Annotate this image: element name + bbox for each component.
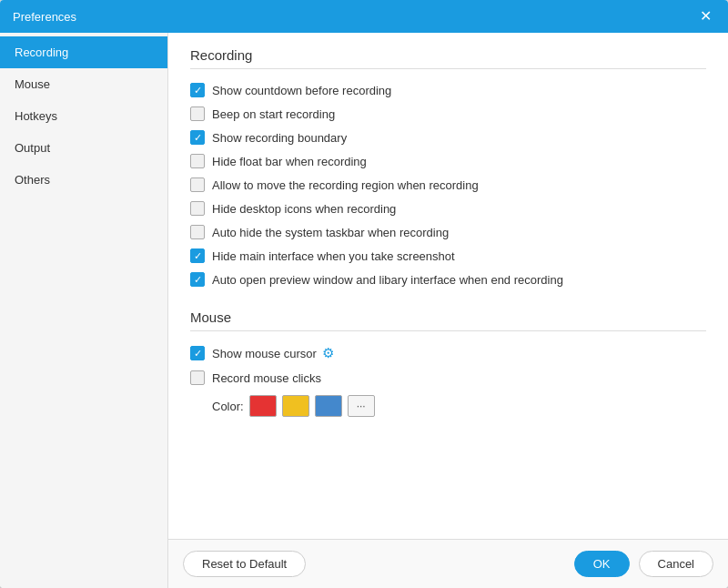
recording-options: Show countdown before recording Beep on … — [190, 78, 706, 291]
checkbox-preview[interactable] — [190, 272, 205, 287]
color-row: Color: ··· — [190, 390, 706, 422]
titlebar: Preferences ✕ — [0, 0, 728, 33]
option-desktopicons: Hide desktop icons when recording — [190, 197, 706, 220]
checkbox-boundary[interactable] — [190, 130, 205, 145]
content-area: Recording Mouse Hotkeys Output Others Re… — [0, 33, 728, 588]
checkbox-beep[interactable] — [190, 106, 205, 121]
footer: Reset to Default OK Cancel — [168, 539, 728, 588]
option-countdown: Show countdown before recording — [190, 78, 706, 102]
sidebar-item-output[interactable]: Output — [0, 132, 167, 164]
color-label: Color: — [212, 400, 244, 413]
ok-button[interactable]: OK — [574, 551, 630, 577]
checkbox-screenshot[interactable] — [190, 248, 205, 263]
recording-section-title: Recording — [190, 47, 706, 69]
mouse-section: Mouse Show mouse cursor ⚙ Record mouse c… — [190, 309, 706, 422]
checkbox-showcursor[interactable] — [190, 346, 205, 360]
checkbox-desktopicons[interactable] — [190, 201, 205, 216]
main-panel: Recording Show countdown before recordin… — [168, 33, 728, 588]
checkbox-moveregion[interactable] — [190, 177, 205, 192]
sidebar: Recording Mouse Hotkeys Output Others — [0, 33, 168, 588]
checkbox-taskbar[interactable] — [190, 225, 205, 239]
option-moveregion: Allow to move the recording region when … — [190, 173, 706, 197]
footer-right: OK Cancel — [574, 551, 713, 577]
color-more-button[interactable]: ··· — [348, 395, 375, 417]
color-swatch-blue[interactable] — [315, 395, 342, 417]
mouse-section-title: Mouse — [190, 309, 706, 331]
gear-icon[interactable]: ⚙ — [322, 345, 334, 361]
preferences-window: Preferences ✕ Recording Mouse Hotkeys Ou… — [0, 0, 728, 588]
checkbox-floatbar[interactable] — [190, 154, 205, 168]
color-swatch-yellow[interactable] — [282, 395, 309, 417]
sidebar-item-mouse[interactable]: Mouse — [0, 68, 167, 100]
close-button[interactable]: ✕ — [696, 7, 715, 25]
color-swatch-red[interactable] — [249, 395, 277, 417]
reset-button[interactable]: Reset to Default — [183, 551, 306, 577]
checkbox-countdown[interactable] — [190, 83, 205, 97]
option-screenshot: Hide main interface when you take screen… — [190, 244, 706, 268]
option-beep: Beep on start recording — [190, 102, 706, 126]
main-content: Recording Show countdown before recordin… — [168, 33, 728, 539]
option-preview: Auto open preview window and libary inte… — [190, 268, 706, 291]
cancel-button[interactable]: Cancel — [639, 551, 713, 577]
window-title: Preferences — [13, 10, 76, 24]
sidebar-item-recording[interactable]: Recording — [0, 36, 167, 68]
option-boundary: Show recording boundary — [190, 126, 706, 149]
option-taskbar: Auto hide the system taskbar when record… — [190, 220, 706, 244]
option-recordclicks: Record mouse clicks — [190, 366, 706, 390]
option-floatbar: Hide float bar when recording — [190, 149, 706, 173]
sidebar-item-others[interactable]: Others — [0, 164, 167, 196]
checkbox-recordclicks[interactable] — [190, 370, 205, 385]
sidebar-item-hotkeys[interactable]: Hotkeys — [0, 100, 167, 132]
option-showcursor: Show mouse cursor ⚙ — [190, 340, 706, 366]
